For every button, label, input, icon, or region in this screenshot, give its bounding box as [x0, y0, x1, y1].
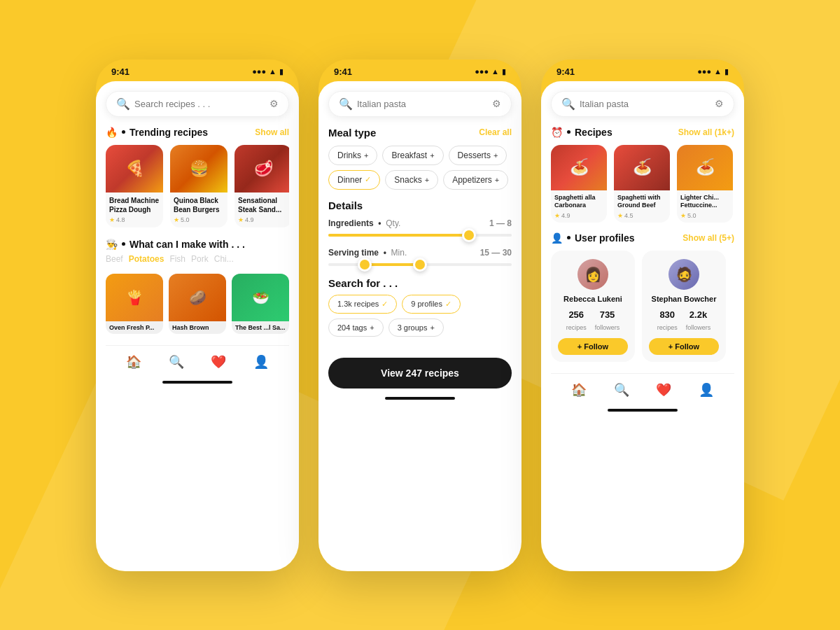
qty-slider-track[interactable]: [328, 234, 512, 237]
ing-pork[interactable]: Pork: [191, 254, 209, 264]
search-bar-1[interactable]: 🔍 ⚙: [106, 91, 289, 117]
user-profiles-scroll: 👩 Rebecca Lukeni 256 recipes 735 followe…: [551, 251, 734, 362]
result-img-1: 🍝: [551, 145, 607, 190]
nav-home-1[interactable]: 🏠: [126, 354, 141, 370]
user-stats-2: 830 recipes 2.2k followers: [657, 309, 711, 332]
trending-recipe-img-2: 🍔: [170, 145, 227, 192]
result-card-3[interactable]: 🍝 Lighter Chi... Fettuccine... ★ 5.0: [677, 145, 733, 223]
search-chip-recipes[interactable]: 1.3k recipes ✓: [328, 295, 397, 314]
details-title: Details: [328, 200, 512, 211]
phone-2: 9:41 ●●● ▲ ▮ 🔍 ⚙ Meal type Clear all: [318, 59, 522, 571]
result-name-1: Spaghetti alla Carbonara: [554, 194, 603, 210]
stat-recipes-1: 256 recipes: [566, 309, 587, 332]
search-input-1[interactable]: [134, 99, 270, 109]
result-star-3: ★: [680, 212, 686, 219]
qty-range: 1 — 8: [489, 218, 512, 228]
filter-icon-3[interactable]: ⚙: [715, 98, 724, 109]
user-name-2: Stephan Bowcher: [652, 294, 717, 304]
trending-show-all[interactable]: Show all: [255, 127, 289, 137]
meal-chip-dinner[interactable]: Dinner ✓: [328, 170, 380, 190]
nav-favorites-3[interactable]: ❤️: [656, 382, 671, 398]
ing-potatoes[interactable]: Potatoes: [129, 254, 164, 264]
ing-recipe-name-1: Oven Fresh P...: [106, 321, 163, 335]
star-icon-2: ★: [174, 216, 179, 223]
nav-profile-1[interactable]: 👤: [253, 354, 269, 370]
result-info-2: Spaghetti with Ground Beef ★ 4.5: [614, 190, 670, 223]
user-card-2: 🧔 Stephan Bowcher 830 recipes 2.2k follo…: [642, 251, 726, 362]
recipes-label-1: recipes: [566, 324, 587, 331]
ing-chicken[interactable]: Chi...: [214, 254, 234, 264]
search-chip-tags[interactable]: 204 tags +: [328, 318, 384, 337]
ing-recipe-img-3: 🥗: [232, 274, 289, 321]
stat-recipes-2: 830 recipes: [657, 309, 678, 332]
meal-chip-appetizers[interactable]: Appetizers +: [443, 170, 508, 190]
rating-val-3: 4.9: [245, 216, 254, 223]
phone-1: 9:41 ●●● ▲ ▮ 🔍 ⚙ 🔥 Trending recipes: [96, 59, 299, 571]
trending-recipe-rating-1: ★ 4.8: [109, 216, 160, 223]
search-input-2[interactable]: [357, 99, 492, 109]
dinner-label: Dinner: [337, 175, 362, 185]
nav-profile-3[interactable]: 👤: [699, 382, 714, 398]
nav-search-1[interactable]: 🔍: [169, 354, 184, 370]
status-bar-2: 9:41 ●●● ▲ ▮: [318, 59, 522, 81]
follow-btn-2[interactable]: + Follow: [649, 338, 719, 355]
followers-count-1: 735: [595, 309, 620, 320]
filter-icon-2[interactable]: ⚙: [492, 98, 501, 109]
recipes-label-2: recipes: [657, 324, 678, 331]
search-input-3[interactable]: [580, 99, 715, 109]
wifi-icon-2: ▲: [491, 67, 499, 76]
serving-slider-track[interactable]: [328, 263, 512, 266]
search-bar-2[interactable]: 🔍 ⚙: [328, 91, 512, 117]
nav-search-3[interactable]: 🔍: [614, 382, 629, 398]
result-rating-val-1: 4.9: [561, 212, 570, 219]
trending-recipe-card-3[interactable]: 🥩 Sensational Steak Sand... ★ 4.9: [234, 145, 289, 227]
user-profiles-header: 👤 User profiles Show all (5+): [551, 232, 734, 244]
view-recipes-btn[interactable]: View 247 recipes: [328, 358, 512, 388]
avatar-rebecca: 👩: [578, 259, 608, 290]
appetizers-icon: +: [495, 176, 499, 184]
ing-fish[interactable]: Fish: [169, 254, 186, 264]
phone-body-3: 🔍 ⚙ ⏰ Recipes Show all (1k+) 🍝 Spaghetti…: [541, 81, 744, 571]
search-chip-groups[interactable]: 3 groups +: [388, 318, 444, 337]
result-rating-1: ★ 4.9: [554, 212, 603, 219]
serving-slider-thumb-2: [413, 258, 427, 272]
nav-home-3[interactable]: 🏠: [571, 382, 587, 398]
status-bar-3: 9:41 ●●● ▲ ▮: [541, 59, 744, 81]
ing-recipe-card-3[interactable]: 🥗 The Best ...l Sa...: [232, 274, 289, 335]
star-icon-3: ★: [238, 216, 244, 223]
filter-icon-1[interactable]: ⚙: [270, 98, 279, 109]
result-star-2: ★: [617, 212, 623, 219]
meal-chip-snacks[interactable]: Snacks +: [385, 170, 438, 190]
meal-type-section: Meal type Clear all Drinks + Breakfast +…: [328, 127, 512, 190]
ing-recipe-card-2[interactable]: 🥔 Hash Brown: [169, 274, 226, 335]
nav-favorites-1[interactable]: ❤️: [211, 354, 226, 370]
result-card-2[interactable]: 🍝 Spaghetti with Ground Beef ★ 4.5: [614, 145, 670, 223]
trending-recipe-rating-2: ★ 5.0: [174, 216, 224, 223]
battery-icon-2: ▮: [502, 67, 506, 76]
trending-recipe-card-2[interactable]: 🍔 Quinoa Black Bean Burgers ★ 5.0: [170, 145, 227, 227]
meal-chip-desserts[interactable]: Desserts +: [449, 146, 507, 165]
search-bar-3[interactable]: 🔍 ⚙: [551, 91, 734, 117]
meal-chip-breakfast[interactable]: Breakfast +: [382, 146, 443, 165]
drinks-label: Drinks: [337, 150, 361, 160]
trending-recipe-card-1[interactable]: 🍕 Bread Machine Pizza Dough ★ 4.8: [106, 145, 163, 227]
search-chip-profiles[interactable]: 9 profiles ✓: [402, 295, 461, 314]
recipes-show-all-3[interactable]: Show all (1k+): [678, 127, 734, 137]
serving-slider-label: Serving time • Min. 15 — 30: [328, 248, 512, 258]
clear-all-btn[interactable]: Clear all: [479, 127, 512, 137]
result-card-1[interactable]: 🍝 Spaghetti alla Carbonara ★ 4.9: [551, 145, 607, 223]
meal-chip-drinks[interactable]: Drinks +: [328, 146, 377, 165]
ing-recipe-card-1[interactable]: 🍟 Oven Fresh P...: [106, 274, 163, 335]
trending-recipe-rating-3: ★ 4.9: [238, 216, 288, 223]
results-scroll: 🍝 Spaghetti alla Carbonara ★ 4.9 🍝 Spagh…: [551, 145, 734, 223]
ing-beef[interactable]: Beef: [106, 254, 123, 264]
dinner-icon: ✓: [365, 175, 371, 184]
serving-label: Serving time • Min.: [328, 248, 407, 258]
follow-btn-1[interactable]: + Follow: [558, 338, 628, 355]
status-time-1: 9:41: [111, 66, 130, 77]
rating-val-1: 4.8: [116, 216, 125, 223]
tags-chip-label: 204 tags: [337, 323, 367, 332]
user-profiles-show-all[interactable]: Show all (5+): [682, 233, 734, 243]
recipes-count-1: 256: [566, 309, 587, 320]
groups-chip-icon: +: [430, 323, 434, 332]
